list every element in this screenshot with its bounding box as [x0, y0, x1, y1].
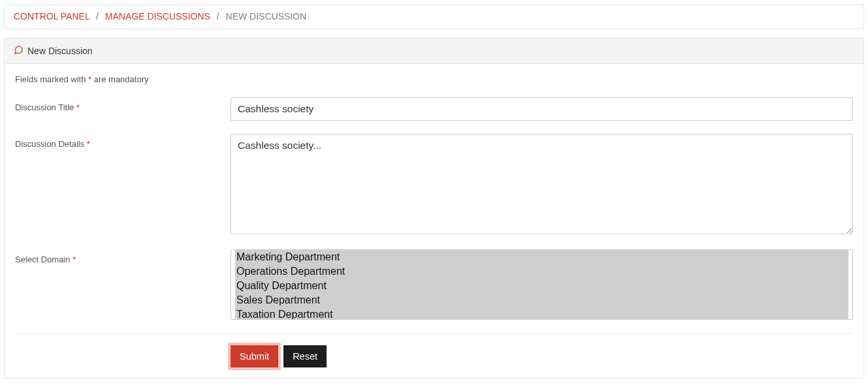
breadcrumb-link-manage-discussions[interactable]: MANAGE DISCUSSIONS [105, 11, 210, 22]
label-text: Select Domain [15, 255, 72, 264]
row-discussion-details: Discussion Details * Cashless society... [15, 134, 853, 236]
label-text: Discussion Title [15, 102, 76, 112]
divider [15, 333, 853, 334]
label-text: Discussion Details [15, 139, 87, 149]
mandatory-prefix: Fields marked with [15, 74, 88, 84]
breadcrumb-separator: / [96, 11, 99, 22]
panel-body: Fields marked with * are mandatory Discu… [5, 64, 863, 378]
discussion-title-input[interactable] [231, 97, 853, 121]
reset-button[interactable]: Reset [283, 345, 327, 367]
new-discussion-panel: New Discussion Fields marked with * are … [4, 38, 864, 379]
required-asterisk: * [87, 139, 90, 149]
row-discussion-title: Discussion Title * [15, 97, 853, 121]
discussion-details-textarea[interactable]: Cashless society... [231, 134, 853, 234]
domain-option[interactable]: Sales Department [235, 293, 848, 307]
panel-heading: New Discussion [5, 39, 863, 64]
actions-spacer [15, 345, 231, 367]
domain-option[interactable]: Marketing Department [235, 250, 848, 264]
breadcrumb-current: NEW DISCUSSION [226, 11, 307, 22]
label-discussion-details: Discussion Details * [15, 134, 231, 149]
required-asterisk: * [76, 102, 80, 112]
breadcrumb: CONTROL PANEL / MANAGE DISCUSSIONS / NEW… [4, 4, 864, 29]
row-select-domain: Select Domain * Marketing DepartmentOper… [15, 249, 853, 320]
required-asterisk: * [72, 255, 76, 264]
domain-option[interactable]: Taxation Department [235, 307, 848, 320]
comment-icon [14, 45, 24, 57]
panel-title: New Discussion [27, 46, 93, 56]
domain-option[interactable]: Operations Department [235, 264, 848, 279]
breadcrumb-separator: / [217, 11, 219, 22]
label-select-domain: Select Domain * [15, 249, 231, 264]
mandatory-note: Fields marked with * are mandatory [15, 74, 853, 84]
breadcrumb-link-control-panel[interactable]: CONTROL PANEL [14, 11, 89, 22]
label-discussion-title: Discussion Title * [15, 97, 231, 112]
domain-option[interactable]: Quality Department [235, 279, 848, 293]
mandatory-suffix: are mandatory [91, 74, 148, 84]
submit-button[interactable]: Submit [231, 345, 278, 367]
select-domain-listbox[interactable]: Marketing DepartmentOperations Departmen… [231, 249, 853, 320]
actions-row: Submit Reset [15, 345, 853, 367]
